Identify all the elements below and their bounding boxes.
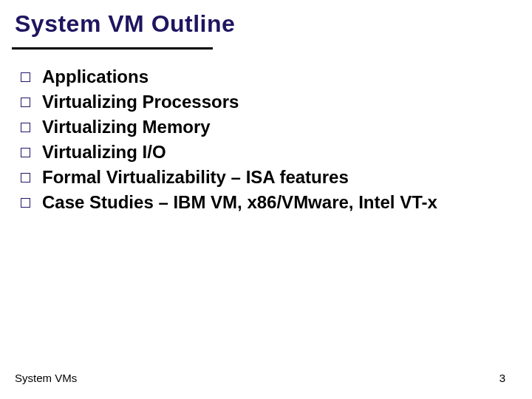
list-item: Applications — [21, 65, 517, 89]
list-item-text: Case Studies – IBM VM, x86/VMware, Intel… — [42, 191, 437, 214]
list-item-text: Virtualizing Processors — [42, 90, 239, 114]
list-item: Case Studies – IBM VM, x86/VMware, Intel… — [21, 191, 517, 214]
footer-label: System VMs — [15, 372, 77, 384]
square-bullet-icon — [21, 98, 30, 107]
square-bullet-icon — [21, 173, 30, 183]
content-list: Applications Virtualizing Processors Vir… — [21, 65, 517, 216]
slide: System VM Outline Applications Virtualiz… — [0, 0, 532, 399]
list-item-text: Virtualizing Memory — [42, 115, 211, 139]
list-item: Virtualizing Processors — [21, 90, 517, 114]
square-bullet-icon — [21, 198, 30, 208]
slide-title: System VM Outline — [15, 10, 235, 38]
page-number: 3 — [499, 372, 505, 384]
list-item-text: Applications — [42, 65, 149, 89]
title-underline — [12, 47, 213, 50]
list-item: Formal Virtualizability – ISA features — [21, 166, 517, 189]
list-item-text: Virtualizing I/O — [42, 140, 166, 164]
list-item-text: Formal Virtualizability – ISA features — [42, 166, 349, 189]
square-bullet-icon — [21, 148, 30, 157]
list-item: Virtualizing Memory — [21, 115, 517, 139]
square-bullet-icon — [21, 123, 30, 132]
list-item: Virtualizing I/O — [21, 140, 517, 164]
square-bullet-icon — [21, 72, 30, 82]
